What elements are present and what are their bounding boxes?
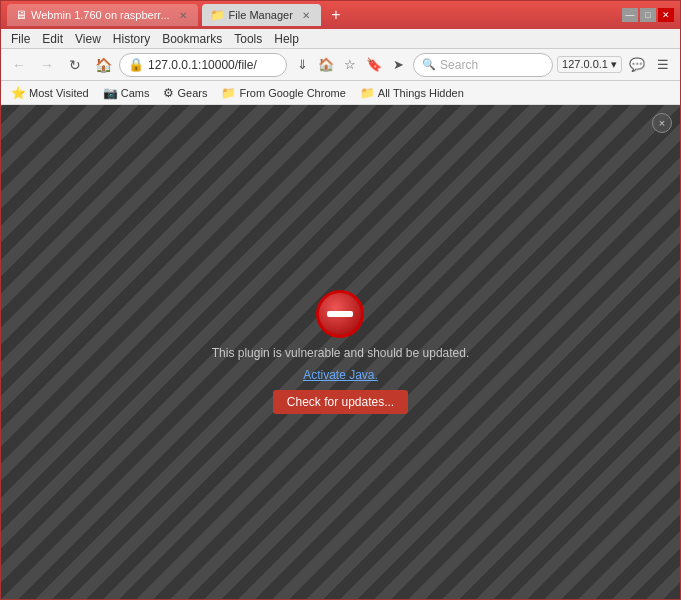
blocked-plugin-icon xyxy=(316,290,364,338)
content-area: × This plugin is vulnerable and should b… xyxy=(1,105,680,599)
menu-bookmarks[interactable]: Bookmarks xyxy=(156,30,228,48)
plugin-error-box: This plugin is vulnerable and should be … xyxy=(212,290,470,414)
browser-window: 🖥 Webmin 1.760 on raspberr... ✕ 📁 File M… xyxy=(0,0,681,600)
menu-edit[interactable]: Edit xyxy=(36,30,69,48)
search-placeholder: Search xyxy=(440,58,478,72)
bookmark-gears[interactable]: ⚙ Gears xyxy=(159,84,211,102)
tab-close-filemanager[interactable]: ✕ xyxy=(299,8,313,22)
refresh-button[interactable]: ↻ xyxy=(63,53,87,77)
home-icon[interactable]: 🏠 xyxy=(315,54,337,76)
menu-tools[interactable]: Tools xyxy=(228,30,268,48)
bookmarks-bar: ⭐ Most Visited 📷 Cams ⚙ Gears 📁 From Goo… xyxy=(1,81,680,105)
bookmark-from-google[interactable]: 📁 From Google Chrome xyxy=(217,84,349,102)
search-input-wrap[interactable]: 🔍 Search xyxy=(413,53,553,77)
plugin-error-message: This plugin is vulnerable and should be … xyxy=(212,346,470,360)
bookmarks-icon[interactable]: 🔖 xyxy=(363,54,385,76)
bookmark-most-visited-label: Most Visited xyxy=(29,87,89,99)
search-icon: 🔍 xyxy=(422,58,436,71)
bookmark-from-google-label: From Google Chrome xyxy=(239,87,345,99)
address-bar: ← → ↻ 🏠 🔒 127.0.0.1:10000/file/ ⇓ 🏠 ☆ 🔖 … xyxy=(1,49,680,81)
minimize-button[interactable]: — xyxy=(622,8,638,22)
profile-button[interactable]: 127.0.0.1 ▾ xyxy=(557,56,622,73)
all-things-icon: 📁 xyxy=(360,86,375,100)
overlay-close-button[interactable]: × xyxy=(652,113,672,133)
star-icon[interactable]: ☆ xyxy=(339,54,361,76)
bookmark-gears-label: Gears xyxy=(177,87,207,99)
home-button[interactable]: 🏠 xyxy=(91,53,115,77)
menu-help[interactable]: Help xyxy=(268,30,305,48)
close-button[interactable]: ✕ xyxy=(658,8,674,22)
cams-icon: 📷 xyxy=(103,86,118,100)
maximize-button[interactable]: □ xyxy=(640,8,656,22)
tab-filemanager[interactable]: 📁 File Manager ✕ xyxy=(202,4,321,26)
menu-view[interactable]: View xyxy=(69,30,107,48)
download-icon[interactable]: ⇓ xyxy=(291,54,313,76)
new-tab-button[interactable]: + xyxy=(325,4,347,26)
chat-icon[interactable]: 💬 xyxy=(626,54,648,76)
bookmark-cams-label: Cams xyxy=(121,87,150,99)
activate-java-link[interactable]: Activate Java. xyxy=(303,368,378,382)
tab-webmin-label: Webmin 1.760 on raspberr... xyxy=(31,9,170,21)
window-controls: — □ ✕ xyxy=(622,8,674,22)
bookmark-all-things-label: All Things Hidden xyxy=(378,87,464,99)
tab-close-webmin[interactable]: ✕ xyxy=(176,8,190,22)
gears-icon: ⚙ xyxy=(163,86,174,100)
blocked-bar xyxy=(327,311,353,317)
bookmark-all-things[interactable]: 📁 All Things Hidden xyxy=(356,84,468,102)
secure-icon: 🔒 xyxy=(128,57,144,72)
tab-favicon-filemanager: 📁 xyxy=(210,8,225,22)
bookmark-cams[interactable]: 📷 Cams xyxy=(99,84,154,102)
bookmark-most-visited[interactable]: ⭐ Most Visited xyxy=(7,84,93,102)
title-bar: 🖥 Webmin 1.760 on raspberr... ✕ 📁 File M… xyxy=(1,1,680,29)
plugin-error-overlay: × This plugin is vulnerable and should b… xyxy=(1,105,680,599)
most-visited-icon: ⭐ xyxy=(11,86,26,100)
tab-webmin[interactable]: 🖥 Webmin 1.760 on raspberr... ✕ xyxy=(7,4,198,26)
menu-file[interactable]: File xyxy=(5,30,36,48)
url-display: 127.0.0.1:10000/file/ xyxy=(148,58,278,72)
tab-filemanager-label: File Manager xyxy=(229,9,293,21)
send-icon[interactable]: ➤ xyxy=(387,54,409,76)
toolbar-icons: ⇓ 🏠 ☆ 🔖 ➤ xyxy=(291,54,409,76)
from-google-icon: 📁 xyxy=(221,86,236,100)
menu-history[interactable]: History xyxy=(107,30,156,48)
menu-icon[interactable]: ☰ xyxy=(652,54,674,76)
back-button[interactable]: ← xyxy=(7,53,31,77)
address-input[interactable]: 🔒 127.0.0.1:10000/file/ xyxy=(119,53,287,77)
blocked-circle xyxy=(316,290,364,338)
tab-favicon: 🖥 xyxy=(15,8,27,22)
menu-bar: File Edit View History Bookmarks Tools H… xyxy=(1,29,680,49)
forward-button[interactable]: → xyxy=(35,53,59,77)
check-updates-button[interactable]: Check for updates... xyxy=(273,390,408,414)
tab-strip: 🖥 Webmin 1.760 on raspberr... ✕ 📁 File M… xyxy=(7,4,618,26)
